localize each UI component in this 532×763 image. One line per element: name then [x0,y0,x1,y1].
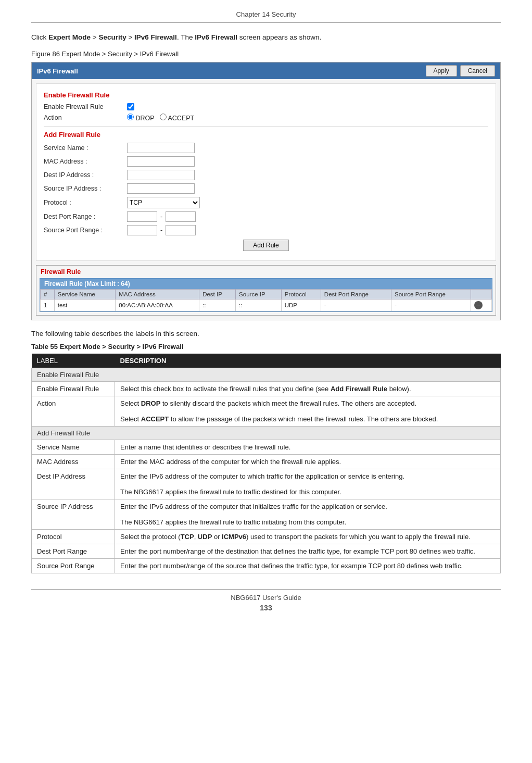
source-ip-label: Source IP Address : [44,185,127,192]
page-header: Chapter 14 Security [31,10,501,23]
enable-firewall-section-title: Enable Firewall Rule [44,91,488,99]
mac-address-input[interactable] [127,156,195,167]
row-source-ip-address: Source IP Address Enter the IPv6 address… [32,499,501,530]
label-mac-address: MAC Address [32,455,115,469]
firewall-rule-title: Firewall Rule [36,266,496,278]
mac-address-row: MAC Address : [44,156,488,167]
action-accept-text: ACCEPT [168,115,194,122]
protocol-control: TCP UDP ICMPv6 [127,197,200,208]
row-dest-ip-address: Dest IP Address Enter the IPv6 address o… [32,469,501,499]
desc-source-ip: Enter the IPv6 address of the computer t… [115,499,501,530]
section-add-firewall-rule: Add Firewall Rule [32,427,501,440]
section-enable-firewall: Enable Firewall Rule [32,368,501,382]
dest-ip-input[interactable] [127,170,195,180]
row-delete: – [471,299,491,311]
enable-firewall-label: Enable Firewall Rule [44,103,127,110]
ui-title: IPv6 Firewall [37,67,78,75]
table55-caption: Table 55 Expert Mode > Security > IPv6 F… [31,343,501,351]
row-service-name: test [54,299,116,311]
protocol-label: Protocol : [44,199,127,206]
col-label-header: LABEL [32,354,115,368]
desc-dest-port-range: Enter the port number/range of the desti… [115,544,501,559]
label-source-port-range: Source Port Range [32,559,115,573]
row-source-ip: :: [236,299,282,311]
desc-service-name: Enter a name that identifies or describe… [115,440,501,455]
row-source-port: - [391,299,471,311]
col-dest-port: Dest Port Range [321,290,391,299]
col-source-port: Source Port Range [391,290,471,299]
desc-dest-ip: Enter the IPv6 address of the computer t… [115,469,501,499]
dest-port-dash: - [160,213,162,220]
dest-port-control: - [127,211,196,222]
row-dest-ip: :: [199,299,236,311]
row-action: Action Select DROP to silently discard t… [32,396,501,427]
row-num: 1 [41,299,55,311]
source-port-from-input[interactable] [127,225,157,235]
description-table: LABEL DESCRIPTION Enable Firewall Rule E… [31,354,501,573]
dest-port-to-input[interactable] [166,211,196,222]
apply-button[interactable]: Apply [426,65,457,77]
col-action [471,290,491,299]
rule-table: # Service Name MAC Address Dest IP Sourc… [40,289,492,311]
action-radio-group: DROP ACCEPT [127,114,194,122]
rule-table-header: Firewall Rule (Max Limit : 64) [40,279,492,289]
source-ip-control [127,183,195,194]
label-dest-port-range: Dest Port Range [32,544,115,559]
action-accept-radio[interactable] [160,114,167,120]
table-header-row: # Service Name MAC Address Dest IP Sourc… [41,290,492,299]
protocol-select[interactable]: TCP UDP ICMPv6 [127,197,200,208]
intro-paragraph: Click Expert Mode > Security > IPv6 Fire… [31,32,501,43]
row-dest-port: - [321,299,391,311]
dest-port-label: Dest Port Range : [44,213,127,220]
service-name-control [127,143,195,153]
row-service-name: Service Name Enter a name that identifie… [32,440,501,455]
service-name-input[interactable] [127,143,195,153]
row-dest-port-range: Dest Port Range Enter the port number/ra… [32,544,501,559]
action-drop-radio[interactable] [127,114,134,120]
desc-protocol: Select the protocol (TCP, UDP or ICMPv6)… [115,530,501,544]
enable-firewall-checkbox[interactable] [127,103,134,110]
firewall-rule-section: Firewall Rule Firewall Rule (Max Limit :… [36,265,496,316]
desc-source-port-range: Enter the port number/range of the sourc… [115,559,501,573]
mac-address-label: MAC Address : [44,158,127,165]
label-action: Action [32,396,115,427]
source-port-row: Source Port Range : - [44,225,488,235]
col-mac-address: MAC Address [116,290,199,299]
source-ip-input[interactable] [127,183,195,194]
action-accept-label: ACCEPT [160,114,195,122]
desc-enable-firewall: Select this check box to activate the fi… [115,382,501,396]
figure-caption: Figure 86 Expert Mode > Security > IPv6 … [31,50,501,58]
service-name-label: Service Name : [44,144,127,152]
divider-1 [44,126,488,127]
source-port-label: Source Port Range : [44,227,127,234]
row-protocol: Protocol Select the protocol (TCP, UDP o… [32,530,501,544]
col-desc-header: DESCRIPTION [115,354,501,368]
action-drop-label: DROP [127,114,155,122]
label-enable-firewall: Enable Firewall Rule [32,382,115,396]
col-protocol: Protocol [281,290,321,299]
ui-main-content: Enable Firewall Rule Enable Firewall Rul… [36,83,496,261]
label-protocol: Protocol [32,530,115,544]
add-rule-button[interactable]: Add Rule [243,240,288,251]
desc-table-header-row: LABEL DESCRIPTION [32,354,501,368]
table-row: 1 test 00:AC:AB:AA:00:AA :: :: UDP - - – [41,299,492,311]
enable-firewall-control [127,103,134,110]
dest-ip-control [127,170,195,180]
row-mac-address: MAC Address Enter the MAC address of the… [32,455,501,469]
col-service-name: Service Name [54,290,116,299]
dest-ip-label: Dest IP Address : [44,171,127,179]
row-source-port-range: Source Port Range Enter the port number/… [32,559,501,573]
dest-port-from-input[interactable] [127,211,157,222]
service-name-row: Service Name : [44,143,488,153]
col-source-ip: Source IP [236,290,282,299]
section-add-rule-label: Add Firewall Rule [32,427,501,440]
source-port-to-input[interactable] [166,225,196,235]
page-number: 133 [31,604,501,612]
cancel-button[interactable]: Cancel [460,65,495,77]
action-drop-text: DROP [135,115,154,122]
action-label: Action [44,114,127,121]
desc-mac-address: Enter the MAC address of the computer fo… [115,455,501,469]
delete-button[interactable]: – [474,301,483,309]
desc-action: Select DROP to silently discard the pack… [115,396,501,427]
enable-firewall-row: Enable Firewall Rule [44,103,488,110]
